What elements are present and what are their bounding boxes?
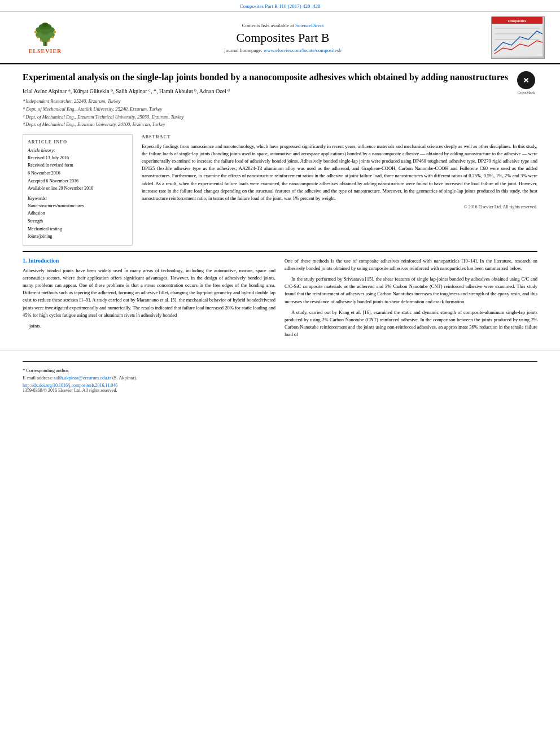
svg-text:composites: composites [508, 19, 526, 23]
sciencedirect-label: Contents lists available at [242, 23, 295, 28]
keyword-1: Nano-structures/nanostructures [28, 202, 128, 210]
keywords-title: Keywords: [28, 196, 128, 201]
journal-title: Composites Part B [85, 30, 481, 45]
crossmark-svg [520, 75, 532, 86]
intro-para-2: joints. [23, 322, 275, 330]
received-date: Received 13 July 2016 [28, 154, 128, 162]
affiliation-a: ᵃ Independent Researcher, 25240, Erzurum… [23, 98, 509, 106]
elsevier-tree-icon [23, 21, 68, 47]
keywords-list: Nano-structures/nanostructures Adhesion … [28, 202, 128, 241]
history-label: Article history: [28, 148, 128, 153]
email-suffix: (S. Akpinar). [111, 375, 137, 381]
issn-line: 1359-8368/© 2016 Elsevier Ltd. All right… [23, 388, 537, 393]
page: Composites Part B 110 (2017) 420–428 [0, 0, 560, 747]
article-title: Experimental analysis on the single-lap … [23, 71, 509, 84]
svg-point-9 [42, 22, 48, 27]
abstract-column: ABSTRACT Especially findings from nanosc… [142, 134, 537, 246]
article-info-box: ARTICLE INFO Article history: Received 1… [23, 134, 133, 246]
homepage-label: journal homepage: [224, 47, 263, 53]
intro-right-para-2: In the study performed by Srivastava [15… [285, 276, 537, 305]
revised-label: Received in revised form [28, 161, 128, 169]
sciencedirect-line: Contents lists available at ScienceDirec… [85, 23, 481, 28]
journal-homepage-line: journal homepage: www.elsevier.com/locat… [85, 47, 481, 53]
svg-point-13 [51, 36, 54, 38]
keywords-section: Keywords: Nano-structures/nanostructures… [28, 196, 128, 241]
svg-point-14 [40, 39, 42, 41]
intro-body-right: One of these methods is the use of compo… [285, 257, 537, 339]
intro-body-left: Adhesively bonded joints have been widel… [23, 267, 275, 330]
available-date: Available online 20 November 2016 [28, 185, 128, 193]
keyword-3: Strength [28, 217, 128, 225]
keyword-5: Joints/joining [28, 233, 128, 241]
article-info-title: ARTICLE INFO [28, 139, 128, 145]
journal-cover-area: composites composites [487, 16, 549, 59]
cover-graphic: composites [492, 17, 542, 56]
crossmark-area: CrossMark [515, 71, 537, 95]
affiliations: ᵃ Independent Researcher, 25240, Erzurum… [23, 98, 509, 128]
copyright-text: © 2016 Elsevier Ltd. All rights reserved… [142, 204, 537, 209]
accepted-date: Accepted 6 November 2016 [28, 177, 128, 185]
svg-point-15 [49, 39, 51, 41]
article-info-column: ARTICLE INFO Article history: Received 1… [23, 134, 133, 246]
svg-point-10 [34, 30, 37, 33]
elsevier-wordmark: ELSEVIER [29, 48, 62, 54]
crossmark-label: CrossMark [517, 90, 535, 95]
journal-header-center: Contents lists available at ScienceDirec… [79, 23, 487, 53]
crossmark-icon [517, 71, 535, 89]
keyword-4: Mechanical testing [28, 225, 128, 233]
intro-title: 1. Introduction [23, 257, 275, 264]
article-dates: Received 13 July 2016 Received in revise… [28, 154, 128, 193]
doi-line[interactable]: http://dx.doi.org/10.1016/j.compositesb.… [23, 383, 537, 388]
revised-date: 6 November 2016 [28, 169, 128, 177]
footer-divider [23, 361, 537, 362]
email-line: E-mail address: salih.akpinar@erzurum.ed… [23, 375, 537, 381]
affiliation-c: ᶜ Dept. of Mechanical Eng., Erzurum Tech… [23, 113, 509, 121]
footer: * Corresponding author. E-mail address: … [0, 351, 560, 396]
journal-header: ELSEVIER Contents lists available at Sci… [0, 12, 560, 64]
abstract-text: Especially findings from nanoscience and… [142, 143, 537, 202]
abstract-title: ABSTRACT [142, 134, 537, 139]
intro-col-right: One of these methods is the use of compo… [285, 257, 537, 342]
journal-cover-image: composites composites [491, 16, 545, 59]
corresponding-note: * Corresponding author. [23, 368, 537, 373]
citation-bar: Composites Part B 110 (2017) 420–428 [0, 0, 560, 12]
homepage-url[interactable]: www.elsevier.com/locate/compositesb [264, 47, 342, 53]
email-label: E-mail address: [23, 375, 54, 381]
keyword-2: Adhesion [28, 209, 128, 217]
main-content: Experimental analysis on the single-lap … [0, 64, 560, 347]
citation-text: Composites Part B 110 (2017) 420–428 [240, 3, 321, 9]
intro-right-para-1: One of these methods is the use of compo… [285, 257, 537, 272]
affiliation-b: ᵇ Dept. of Mechanical Eng., Atatürk Univ… [23, 106, 509, 113]
elsevier-logo-area: ELSEVIER [11, 21, 79, 54]
authors: Iclal Avinc Akpinar ᵃ, Kürşat Gültekin ᵇ… [23, 88, 509, 94]
article-title-section: Experimental analysis on the single-lap … [23, 71, 537, 129]
svg-point-11 [54, 30, 56, 33]
email-address[interactable]: salih.akpinar@erzurum.edu.tr [54, 375, 111, 381]
intro-col-left: 1. Introduction Adhesively bonded joints… [23, 257, 275, 342]
intro-para-1: Adhesively bonded joints have been widel… [23, 267, 275, 319]
svg-point-12 [37, 36, 39, 38]
article-title-text: Experimental analysis on the single-lap … [23, 71, 509, 129]
section-divider [23, 251, 537, 252]
introduction-section: 1. Introduction Adhesively bonded joints… [23, 257, 537, 342]
affiliation-d: ᵈ Dept. of Mechanical Eng., Erzincan Uni… [23, 121, 509, 129]
intro-right-para-3: A study, carried out by Kang et al. [16]… [285, 309, 537, 339]
info-abstract-section: ARTICLE INFO Article history: Received 1… [23, 134, 537, 246]
sciencedirect-link[interactable]: ScienceDirect [295, 23, 323, 28]
